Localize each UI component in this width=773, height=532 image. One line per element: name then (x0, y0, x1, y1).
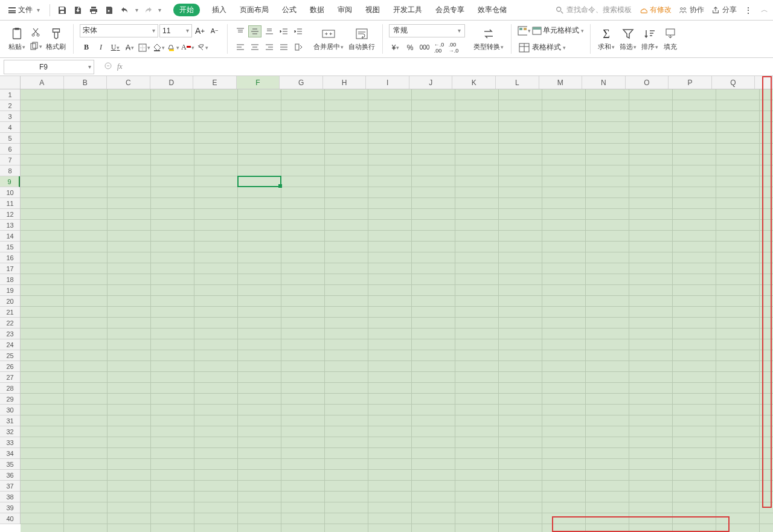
sum-button[interactable]: Σ 求和▾ (597, 25, 616, 53)
bold-button[interactable]: B (80, 41, 93, 54)
row-header-14[interactable]: 14 (0, 231, 20, 242)
collapse-ribbon-icon[interactable]: ︿ (761, 5, 768, 15)
row-header-24[interactable]: 24 (0, 339, 20, 350)
copy-icon[interactable]: ▾ (29, 40, 42, 53)
row-header-8[interactable]: 8 (0, 165, 20, 176)
collaborate-button[interactable]: 协作 (679, 5, 704, 15)
font-name-select[interactable]: 宋体▾ (80, 24, 158, 37)
tab-review[interactable]: 审阅 (336, 2, 353, 18)
align-middle-icon[interactable] (248, 25, 261, 37)
row-header-7[interactable]: 7 (0, 155, 20, 165)
highlight-button[interactable]: ▾ (167, 41, 180, 54)
tab-efficiency[interactable]: 效率仓储 (476, 2, 508, 18)
fill-button[interactable]: 填充 (662, 25, 679, 53)
row-header-21[interactable]: 21 (0, 307, 20, 318)
tab-view[interactable]: 视图 (364, 2, 381, 18)
column-header-G[interactable]: G (280, 76, 323, 89)
column-header-K[interactable]: K (452, 76, 496, 89)
column-header-B[interactable]: B (64, 76, 107, 89)
row-header-35[interactable]: 35 (0, 459, 20, 470)
redo-icon[interactable] (141, 3, 155, 18)
table-style-button[interactable]: 表格样式▾ (532, 42, 566, 53)
tab-layout[interactable]: 页面布局 (239, 2, 270, 18)
row-header-27[interactable]: 27 (0, 372, 20, 383)
row-header-3[interactable]: 3 (0, 111, 20, 122)
decrease-font-icon[interactable]: A− (208, 24, 221, 37)
column-header-L[interactable]: L (496, 76, 539, 89)
cut-icon[interactable] (29, 25, 42, 39)
conditional-format-icon[interactable]: ▾ (518, 24, 531, 37)
italic-button[interactable]: I (94, 41, 107, 54)
save-icon[interactable] (55, 3, 69, 18)
tab-insert[interactable]: 插入 (211, 2, 228, 18)
border-button[interactable]: ▾ (138, 41, 151, 54)
row-header-11[interactable]: 11 (0, 198, 20, 209)
row-header-32[interactable]: 32 (0, 426, 20, 437)
align-left-icon[interactable] (234, 41, 247, 53)
column-header-N[interactable]: N (582, 76, 626, 89)
column-header-E[interactable]: E (193, 76, 237, 89)
orientation-icon[interactable] (292, 41, 305, 53)
row-header-16[interactable]: 16 (0, 252, 20, 263)
increase-font-icon[interactable]: A+ (193, 24, 207, 37)
cells-area[interactable] (21, 89, 773, 532)
align-center-icon[interactable] (248, 41, 261, 53)
row-header-10[interactable]: 10 (0, 187, 20, 198)
strikethrough-button[interactable]: A▾ (123, 41, 136, 54)
column-header-A[interactable]: A (21, 76, 64, 89)
column-header-H[interactable]: H (323, 76, 367, 89)
search-box[interactable]: 查找命令、搜索模板 (556, 5, 632, 15)
comma-icon[interactable]: 000 (418, 41, 431, 54)
cancel-formula-icon[interactable] (104, 62, 112, 72)
column-header-O[interactable]: O (626, 76, 669, 89)
increase-decimal-icon[interactable]: ←.0.00 (432, 41, 446, 54)
row-header-31[interactable]: 31 (0, 415, 20, 426)
cell-fill-button[interactable]: ▾ (152, 41, 165, 54)
row-header-39[interactable]: 39 (0, 502, 20, 513)
row-header-22[interactable]: 22 (0, 318, 20, 328)
column-header-F[interactable]: F (237, 76, 280, 89)
column-header-P[interactable]: P (669, 76, 712, 89)
column-header-C[interactable]: C (107, 76, 150, 89)
format-table-icon[interactable] (518, 41, 531, 54)
column-header-D[interactable]: D (150, 76, 194, 89)
currency-icon[interactable]: ¥▾ (389, 41, 402, 54)
has-changes-button[interactable]: 有修改 (639, 5, 672, 15)
row-header-33[interactable]: 33 (0, 437, 20, 448)
sort-button[interactable]: 排序▾ (640, 25, 659, 53)
row-header-38[interactable]: 38 (0, 492, 20, 502)
row-header-30[interactable]: 30 (0, 405, 20, 415)
align-right-icon[interactable] (263, 41, 276, 53)
tab-member[interactable]: 会员专享 (434, 2, 466, 18)
row-header-2[interactable]: 2 (0, 100, 20, 111)
row-header-6[interactable]: 6 (0, 144, 20, 155)
row-header-26[interactable]: 26 (0, 361, 20, 372)
row-header-19[interactable]: 19 (0, 285, 20, 296)
share-button[interactable]: 分享 (711, 5, 737, 15)
font-color-button[interactable]: A▾ (181, 41, 194, 54)
undo-icon[interactable] (118, 3, 132, 18)
name-box-dropdown-icon[interactable]: ▾ (88, 63, 91, 70)
tab-formula[interactable]: 公式 (281, 2, 298, 18)
more-icon[interactable]: ⋮ (744, 5, 754, 15)
undo-dropdown[interactable]: ▾ (133, 7, 140, 13)
row-header-18[interactable]: 18 (0, 274, 20, 285)
decrease-decimal-icon[interactable]: .00→.0 (447, 41, 460, 54)
row-header-29[interactable]: 29 (0, 394, 20, 405)
align-justify-icon[interactable] (277, 41, 290, 53)
row-header-20[interactable]: 20 (0, 296, 20, 307)
row-header-28[interactable]: 28 (0, 383, 20, 394)
column-header-Q[interactable]: Q (712, 76, 755, 89)
column-header-J[interactable]: J (409, 76, 453, 89)
row-header-36[interactable]: 36 (0, 470, 20, 481)
export-icon[interactable] (71, 3, 85, 18)
file-menu[interactable]: 文件 ▾ (5, 2, 45, 18)
align-bottom-icon[interactable] (263, 25, 276, 37)
row-header-23[interactable]: 23 (0, 328, 20, 339)
align-top-icon[interactable] (234, 25, 247, 37)
select-all-corner[interactable] (0, 76, 21, 89)
tab-dev[interactable]: 开发工具 (392, 2, 423, 18)
format-painter-button[interactable]: 格式刷 (45, 25, 67, 53)
increase-indent-icon[interactable] (292, 25, 305, 37)
row-header-12[interactable]: 12 (0, 209, 20, 220)
